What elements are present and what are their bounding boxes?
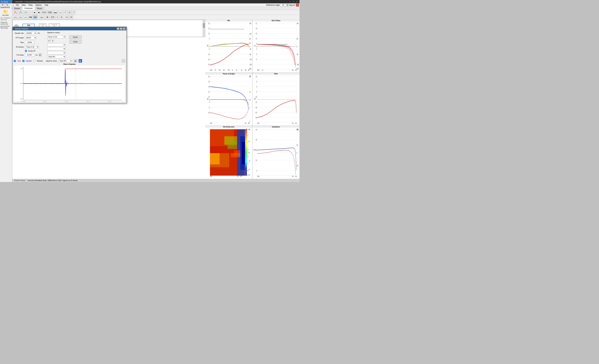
svg-text:6: 6: [256, 46, 257, 48]
rename-button[interactable]: ✎ Rename: [5, 4, 10, 8]
tb-play-end[interactable]: ▶|: [37, 10, 41, 14]
svg-text:5: 5: [209, 99, 210, 101]
pre-delay-copy[interactable]: [39, 53, 42, 56]
reference-angle-input[interactable]: [280, 4, 286, 7]
tb-7[interactable]: 7: [72, 10, 76, 14]
signal-to-show-select[interactable]: Total SPL Driver in D1: [58, 59, 72, 62]
tb-t[interactable]: T: [63, 10, 67, 14]
svg-text:1.0: 1.0: [21, 68, 23, 69]
step-checkbox[interactable]: [14, 60, 16, 62]
tb-x[interactable]: X: [60, 15, 64, 19]
tab-drivers[interactable]: Drivers: [12, 7, 22, 10]
play-button[interactable]: ▶: [79, 59, 82, 62]
svg-text:200: 200: [223, 69, 225, 71]
tb-arrow-right[interactable]: →: [28, 10, 33, 14]
tb-curve-blue1[interactable]: [18, 10, 23, 14]
ir-maximize[interactable]: □: [120, 28, 122, 30]
tb-curve-red1[interactable]: [13, 10, 18, 14]
tb-block1[interactable]: [41, 10, 47, 14]
eq-title: Param EQ: [52, 24, 57, 25]
center-ir-checkbox[interactable]: [25, 50, 27, 52]
export-button[interactable]: Export: [69, 35, 82, 39]
signal-d-select[interactable]: D: [47, 39, 50, 42]
sidebar-file-1[interactable]: 5 test box project.vxp: [0, 21, 12, 25]
svg-text:15: 15: [208, 27, 210, 30]
tb-curve-red2[interactable]: [13, 15, 18, 19]
menu-file[interactable]: File: [15, 4, 20, 7]
svg-text:43.67: 43.67: [108, 101, 111, 102]
ref-angle-down[interactable]: ▼: [286, 5, 289, 6]
tb-biq[interactable]: BiQ: [28, 15, 33, 19]
svg-text:0: 0: [297, 46, 297, 48]
ref-angle-up[interactable]: ▲: [286, 4, 289, 5]
menu-help[interactable]: Help: [43, 4, 50, 7]
status-transfer-function[interactable]: Transfer function: [13, 179, 26, 182]
order-title: 1st order: [40, 24, 45, 25]
svg-text:20Hz: 20Hz: [210, 122, 212, 124]
svg-rect-171: [245, 129, 247, 175]
svg-text:-32: -32: [247, 163, 248, 165]
close-button[interactable]: ×: [296, 0, 298, 3]
ir-close[interactable]: ✕: [123, 28, 125, 30]
delete-button[interactable]: ✕ Delete: [0, 4, 5, 8]
svg-text:ms: ms: [254, 45, 256, 47]
sample-rate-select[interactable]: 192000 96000 48000: [25, 32, 36, 35]
minimize-button[interactable]: –: [289, 0, 291, 3]
signal-b-select[interactable]: B: [51, 39, 54, 42]
tb-curve-green1[interactable]: [23, 10, 28, 14]
sidebar-path: dio > Projects > Line Arra: [0, 17, 12, 21]
svg-text:-15: -15: [255, 101, 257, 103]
export-dropdown-1[interactable]: [47, 43, 66, 46]
ir-window-select[interactable]: Tukey 0.25 Hann None: [25, 45, 39, 48]
ir-minimize[interactable]: –: [117, 28, 119, 30]
tb-11[interactable]: 11: [68, 10, 71, 14]
pre-delay-input[interactable]: [25, 53, 34, 56]
fullscreen-button[interactable]: ⛶: [122, 59, 125, 62]
rewind-button[interactable]: ⏮: [74, 59, 77, 62]
window-checkbox[interactable]: [33, 60, 35, 62]
tb-fit[interactable]: Fit: [69, 15, 73, 19]
export-dropdown-2[interactable]: [47, 47, 66, 50]
tb-down-arrow[interactable]: ▽: [55, 15, 59, 19]
svg-text:90: 90: [297, 144, 298, 146]
fft-length-select[interactable]: 65536 32768: [25, 36, 36, 39]
maximize-button[interactable]: □: [292, 0, 295, 3]
tb-play[interactable]: ▶: [33, 10, 37, 14]
taps-input[interactable]: [25, 41, 34, 44]
reference-angle-close[interactable]: ✕: [296, 4, 299, 7]
tb-gf[interactable]: G(f): [33, 15, 37, 19]
reference-angle-unit: deg hor: [289, 4, 296, 6]
svg-text:20Hz: 20Hz: [257, 175, 259, 177]
signals-to-export-select[interactable]: Driver in D1 Total SPL: [47, 35, 66, 38]
filter-svg: 10 5 0 -5 -10 -15 -20 -25 -30 dB 20Hz 10…: [252, 75, 300, 125]
tb-coil[interactable]: [39, 15, 45, 19]
total-spl-select[interactable]: Total SPL: [47, 55, 66, 58]
export-dropdown-3[interactable]: [47, 51, 66, 54]
svg-text:45: 45: [249, 42, 251, 44]
tb-dash[interactable]: ——: [58, 10, 63, 14]
ir-bottom-controls: Step Impulse Window Signal to show Total…: [14, 59, 125, 62]
svg-text:-90: -90: [297, 53, 298, 55]
close-button[interactable]: Close: [69, 40, 82, 43]
tb-block2[interactable]: [47, 10, 53, 14]
impulse-checkbox[interactable]: [22, 60, 24, 62]
tb-capacitor[interactable]: [45, 15, 50, 19]
menu-view[interactable]: View: [20, 4, 27, 7]
tab-crossover[interactable]: Crossover: [22, 7, 35, 10]
menu-options[interactable]: Options: [34, 4, 43, 7]
svg-rect-74: [257, 23, 296, 69]
directivity-title: Directivity (ver): [205, 126, 252, 128]
new-folder-button[interactable]: 📁 New folder: [0, 9, 11, 17]
menu-tools[interactable]: Tools: [27, 4, 34, 7]
svg-text:3: 3: [256, 48, 257, 50]
left-panel: G(f) U1 ASCA32 direct no 1st order IIR U…: [12, 20, 205, 179]
tab-room[interactable]: Room: [35, 7, 44, 10]
step-label: Step: [17, 60, 21, 62]
svg-text:10k: 10k: [292, 69, 293, 71]
sidebar-file-2[interactable]: box mirrored flat IR.png: [0, 25, 12, 29]
tb-ratio[interactable]: 1:1: [65, 15, 69, 19]
tb-curve-blue2[interactable]: [18, 15, 23, 19]
tb-curve-green2[interactable]: [23, 15, 28, 19]
tb-lib[interactable]: ▬▬: [53, 10, 58, 14]
tb-box[interactable]: [50, 15, 55, 19]
